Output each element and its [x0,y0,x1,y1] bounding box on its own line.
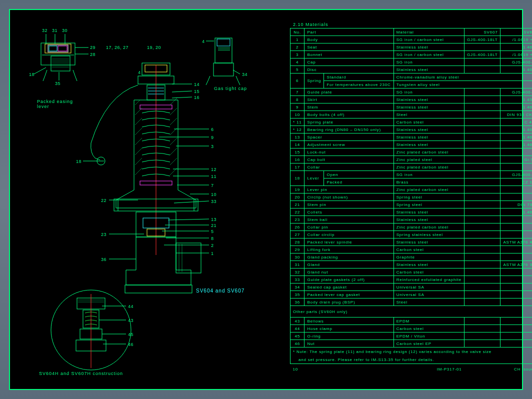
callout-8: 8 [211,236,214,241]
callout-32: 32 [42,28,48,33]
callout-23: 23 [101,232,106,237]
hdr-sv607: SV607 [464,28,500,36]
svg-rect-6 [51,56,70,71]
label-construction: SV604H and SV607H construction [39,371,123,376]
other-parts-header: Other parts (SV60H only) [290,306,532,318]
svg-line-59 [170,138,177,145]
callout-31: 31 [52,28,58,33]
callout-21: 21 [211,223,216,228]
table-row: 28Packed lever spindleStainless steelAST… [290,238,532,246]
table-row: 29Lifting forkCarbon steel [290,246,532,254]
svg-rect-20 [217,39,230,46]
callout-46: 46 [128,342,134,347]
table-row: 7Guide plateSG ironGJS-400-15 [290,88,532,96]
callout-6: 6 [211,127,214,132]
callout-10: 10 [211,192,216,197]
callout-13: 13 [211,217,216,222]
callout-29: 29 [90,45,96,50]
svg-line-48 [135,108,142,115]
table-row: 16Cap boltZinc plated steelGr.5.6 [290,156,532,164]
callout-28: 28 [90,52,96,57]
callout-9: 9 [211,135,214,140]
callout-30: 30 [62,28,68,33]
callout-grp2: 19, 20 [147,45,161,50]
callout-15: 15 [194,89,200,94]
table-row: For temperatures above 230CTungsten allo… [290,81,532,88]
table-row: 18LeverOpenSG ironGJS-400-15 [290,171,532,178]
label-gas-tight: Gas tight cap [214,86,247,91]
table-row: 9StemStainless steel1.4021 [290,104,532,111]
drawing-area: 32 31 30 29 28 18 35 17, 26, 27 19, 20 4… [16,20,286,380]
note-row: and set pressure. Please refer to IM-S13… [290,356,532,364]
table-row: 1BodySG iron / carbon steelGJS-400-18LT/… [290,36,532,44]
callout-7: 7 [211,183,214,188]
svg-line-54 [135,168,142,175]
table-row: 26Collar pinZinc plated carbon steel [290,224,532,231]
hdr-material: Material [394,28,464,36]
table-row: 33Guide plate gaskets (2 off)Reinforced … [290,276,532,284]
callout-22: 22 [101,198,106,203]
cad-frame: 32 31 30 29 28 18 35 17, 26, 27 19, 20 4… [9,9,523,390]
svg-rect-42 [176,243,201,273]
svg-line-47 [135,100,140,105]
packed-easing-lever-detail [34,34,88,81]
table-row: 15Lock-nutZinc plated carbon steel [290,148,532,156]
svg-line-65 [172,97,192,98]
svg-rect-45 [125,285,192,293]
note-row: * Note: The spring plate (11) and bearin… [290,348,532,356]
table-row: 2SeatStainless steel1.4057 [290,44,532,51]
callout-4b: 4 [138,70,141,75]
table-row: 17CollarZinc plated carbon steel [290,164,532,171]
callout-35: 35 [55,81,60,86]
label-packed-easing: Packed easing lever [37,99,87,109]
callout-11: 11 [211,174,216,179]
callout-3: 3 [211,144,214,149]
callout-18a: 18 [29,72,34,77]
table-row: 21Stem pinSpring steelDIN 7343 [290,201,532,208]
callout-43: 43 [128,318,134,323]
callout-5: 5 [211,229,214,234]
table-row: 34Sealed cap gasketUniversal SA [290,284,532,291]
callout-45: 45 [128,332,134,337]
table-row: 14Adjustment screwStainless steel1.4021 [290,141,532,148]
bottom-detail-circle [51,290,131,370]
table-row: 35Packed lever cap gasketUniversal SA [290,291,532,298]
table-row: 10Body bolts (4 off)SteelDIN 933 CK35 [290,111,532,118]
table-row: PackedBrassCZ 122 [290,178,532,186]
table-row: 45O-ringEPDM / Viton [290,332,532,340]
callout-14: 14 [194,82,200,87]
materials-table-area: 2.10 Materials No. Part Material SV607 S… [290,21,518,381]
table-row: 20Circlip (not shown)Spring steel [290,194,532,201]
gas-tight-cap-detail [206,38,240,85]
table-row: 31GlandStainless steelASTM A276 304 [290,261,532,268]
callout-grp1: 17, 26, 27 [106,45,128,50]
svg-line-61 [170,158,177,165]
table-row: 5DiscStainless steel1.4021 [290,66,532,74]
table-row: 46NutCarbon steel EP [290,340,532,348]
svg-line-74 [168,219,209,220]
table-row: 30Gland packingGraphite [290,254,532,261]
table-row: 27Collar circlipSpring stainless steel [290,231,532,238]
svg-rect-23 [214,63,234,76]
callout-44: 44 [128,304,134,309]
section-title: 2.10 Materials [290,21,518,28]
table-row: 19Lever pinZinc plated carbon steel [290,186,532,194]
callout-2: 2 [211,243,214,248]
svg-line-55 [170,98,177,105]
hdr-sv604: SV604 [500,28,532,36]
callout-4a: 4 [202,39,205,44]
callout-33: 33 [211,199,216,204]
callout-36: 36 [101,257,106,262]
table-row: 32Gland nutCarbon steel [290,268,532,276]
svg-line-73 [174,201,209,203]
svg-line-57 [170,118,177,125]
table-row: 3BonnetSG iron / carbon steelGJS-400-18L… [290,51,532,58]
svg-line-53 [135,158,142,165]
svg-line-50 [135,128,142,135]
svg-line-17 [34,68,46,74]
table-row: 4CapSG ironGJS-400-15 [290,58,532,66]
table-row: 36Body drain plug (BSP)Steel [290,298,532,306]
svg-rect-3 [49,46,57,51]
callout-34: 34 [242,72,248,77]
svg-rect-4 [58,46,67,51]
